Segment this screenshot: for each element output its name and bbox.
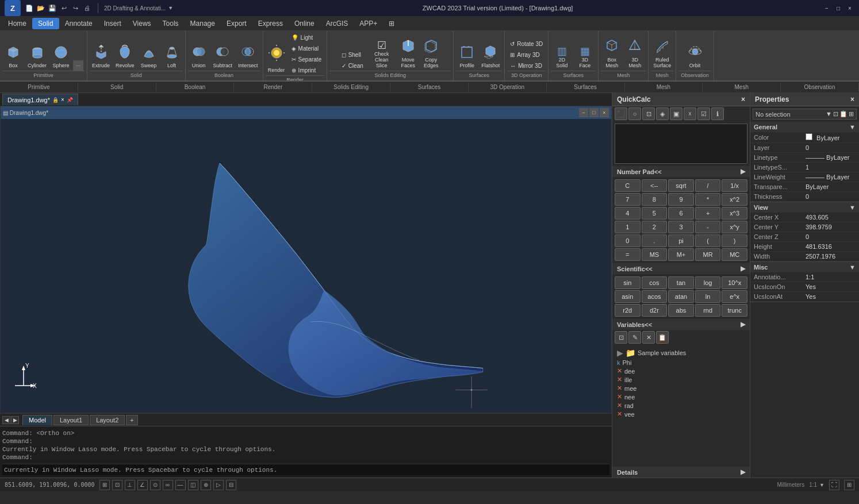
open-icon[interactable]: 📂 [36,3,46,13]
btn-d2r[interactable]: d2r [642,304,668,317]
view-section-header[interactable]: View ▼ [750,202,859,213]
misc-section-header[interactable]: Misc ▼ [750,262,859,272]
selection-paste-icon[interactable]: 📋 [839,110,848,118]
btn-3[interactable]: 3 [668,221,694,233]
sphere-button[interactable]: Sphere [50,35,72,71]
lineweight-toggle[interactable]: — [175,480,186,490]
selection-dropdown-icon[interactable]: ▼ [826,110,832,118]
drawing-tab-active[interactable]: Drawing1.dwg* 🔒 × 📌 [2,94,78,105]
btn-0[interactable]: 0 [615,234,641,247]
btn-7[interactable]: 7 [615,193,641,206]
tab-layout1[interactable]: Layout1 [53,415,89,425]
var-tool-3[interactable]: ✕ [642,331,655,344]
var-dee[interactable]: ✕ dee [615,367,747,375]
menu-solid[interactable]: Solid [32,18,59,29]
minimize-button[interactable]: − [822,3,831,13]
print-icon[interactable]: 🖨 [82,3,92,13]
btn-sin[interactable]: sin [615,276,641,289]
boxmesh-button[interactable]: Box Mesh [601,35,623,71]
btn-sqrt[interactable]: sqrt [668,179,694,192]
grid-toggle[interactable]: ⊞ [99,480,110,490]
drawing-restore-btn[interactable]: □ [589,108,599,117]
save-icon[interactable]: 💾 [47,3,57,13]
btn-2[interactable]: 2 [642,221,668,233]
rotate3d-button[interactable]: ↺ Rotate 3D [507,39,546,49]
menu-manage[interactable]: Manage [185,18,221,29]
dyn-toggle[interactable]: ⊕ [201,480,211,490]
btn-pi[interactable]: pi [668,234,694,247]
btn-atan[interactable]: atan [668,290,694,303]
menu-export[interactable]: Export [221,18,252,29]
2dsolid-button[interactable]: ▥ 2D Solid [551,35,573,71]
drawing-minimize-btn[interactable]: − [579,108,588,117]
light-button[interactable]: 💡 Light [289,32,325,43]
ortho-toggle[interactable]: ⊥ [125,480,135,490]
quickcalc-close-icon[interactable]: × [741,95,745,103]
btn-eq[interactable]: = [615,248,641,261]
btn-8[interactable]: 8 [642,193,668,206]
var-vee[interactable]: ✕ vee [615,410,747,418]
subtract-button[interactable]: Subtract [211,35,235,71]
btn-rnd[interactable]: rnd [695,304,721,317]
calc-tool-3[interactable]: ⊡ [642,107,655,120]
revolve-button[interactable]: Revolve [113,35,137,71]
osnap-toggle[interactable]: ⊙ [150,480,160,490]
drawing-tab-close-icon[interactable]: × [61,97,64,103]
folder-expand-icon[interactable]: ▶ [617,348,623,357]
tab-add[interactable]: + [126,415,137,425]
qp-toggle[interactable]: ▷ [213,480,224,490]
btn-trunc[interactable]: trunc [722,304,747,317]
calc-tool-4[interactable]: ◈ [656,107,669,120]
tab-layout2[interactable]: Layout2 [90,415,125,425]
btn-tan[interactable]: tan [668,276,694,289]
material-button[interactable]: ◈ Material [289,43,325,53]
var-tool-2[interactable]: ✎ [628,331,641,344]
btn-cu3[interactable]: x^3 [722,207,747,220]
imprint-button[interactable]: ⊕ Imprint [289,65,325,75]
intersect-button[interactable]: Intersect [236,35,260,71]
tab-model[interactable]: Model [22,415,52,425]
var-mee[interactable]: ✕ mee [615,384,747,393]
numpad-header[interactable]: Number Pad<< ▶ [612,166,750,177]
ruledsurface-button[interactable]: Ruled Surface [651,35,673,71]
calc-tool-6[interactable]: ☓ [684,107,696,120]
details-header[interactable]: Details ▶ [612,467,750,478]
extrude-button[interactable]: Extrude [90,35,112,71]
btn-r2d[interactable]: r2d [615,304,641,317]
command-input[interactable] [277,466,608,474]
btn-log[interactable]: log [695,276,721,289]
quickcalc-display[interactable] [615,124,747,164]
clean-button[interactable]: ✓ Clean [339,60,366,71]
btn-6[interactable]: 6 [668,207,694,220]
3dmesh-button[interactable]: 3D Mesh [624,35,646,71]
btn-9[interactable]: 9 [668,193,694,206]
drawing-canvas[interactable]: ▤ Drawing1.dwg* − □ × [0,106,612,413]
calc-tool-7[interactable]: ☑ [697,107,710,120]
btn-ms[interactable]: MS [642,248,668,261]
more-primitives-icon[interactable]: ⋯ [73,60,83,71]
render-button[interactable]: Render [266,40,287,75]
var-ille[interactable]: ✕ ille [615,375,747,384]
properties-selection[interactable]: No selection ▼ ⊡ 📋 ⊞ [753,109,857,120]
snap-toggle[interactable]: ⊡ [112,480,122,490]
scale-dropdown[interactable]: ▼ [819,482,825,488]
restore-button[interactable]: □ [834,3,843,13]
profile-button[interactable]: Profile [456,35,478,71]
menu-app[interactable]: APP+ [354,18,383,29]
workspace-toggle[interactable]: ⊞ [844,480,854,490]
array3d-button[interactable]: ⊞ Array 3D [507,49,546,60]
btn-c[interactable]: C [615,179,641,192]
calc-tool-1[interactable]: ⬛ [615,107,627,120]
cylinder-button[interactable]: Cylinder [25,35,49,71]
3dface-button[interactable]: ▦ 3D Face [574,35,596,71]
menu-tools[interactable]: Tools [157,18,185,29]
undo-icon[interactable]: ↩ [59,3,69,13]
union-button[interactable]: Union [188,35,210,71]
fullscreen-toggle[interactable]: ⛶ [829,480,839,490]
orbit-button[interactable]: Orbit [684,35,706,71]
calc-tool-2[interactable]: ○ [628,107,641,120]
drawing-tab-pin-icon[interactable]: 📌 [67,97,73,103]
new-icon[interactable]: 📄 [24,3,34,13]
general-section-header[interactable]: General ▼ [750,122,859,132]
btn-back[interactable]: <-- [642,179,668,192]
